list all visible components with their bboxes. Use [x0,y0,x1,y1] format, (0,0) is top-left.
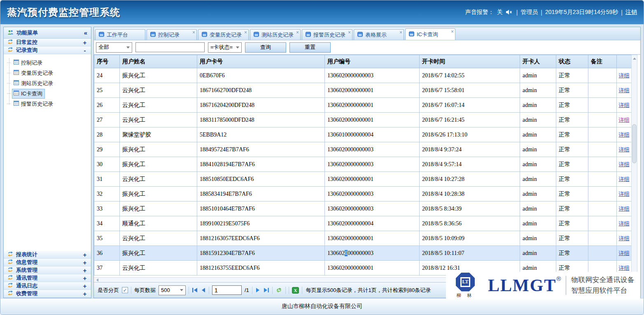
sidebar-group[interactable]: 日常监控 + [4,39,91,46]
expand-toggle-icon[interactable]: + [82,275,87,282]
table-row[interactable]: 24 振兴化工 0EB670F6 1306020000000003 2018/6… [94,68,632,83]
tab-3[interactable]: 测站历史记录 × [250,29,301,40]
detail-link[interactable]: 详细 [619,161,630,167]
table-row[interactable]: 26 云兴化工 186716204200DFD248 1306020000000… [94,98,632,113]
detail-link[interactable]: 详细 [619,102,630,108]
detail-link[interactable]: 详细 [619,220,630,227]
sound-alarm-state[interactable]: 关 [497,9,503,16]
previous-page-button[interactable] [201,287,206,293]
detail-link[interactable]: 详细 [619,176,630,182]
table-row[interactable]: 25 云兴化工 18671662700DFD248 13060200000000… [94,83,632,98]
sidebar-group[interactable]: 通讯管理 + [4,274,91,282]
detail-link[interactable]: 详细 [619,132,630,138]
cell-open-time: 2018/6/26 17:13:10 [420,127,520,142]
tab-6[interactable]: IC卡查询 × [405,28,455,40]
next-page-button[interactable] [255,287,260,293]
brand-logo-block: LT 柳 林 LLMGT ® 物联网安全通讯设备 智慧应用软件平台 [446,272,640,299]
page-number-input[interactable] [212,285,242,295]
cell-open-time: 2018/6/7 16:21:45 [420,113,520,127]
sidebar-group[interactable]: 收费管理 + [4,290,91,298]
sidebar-group[interactable]: 报表统计 + [4,251,91,259]
scroll-up-icon[interactable] [632,56,637,62]
sidebar-group-label: 记录查询 [16,46,37,54]
expand-toggle-icon[interactable]: + [82,290,87,297]
card-state-select[interactable]: =卡状态= [208,42,242,53]
cell-user-name: 顺通化工 [120,216,197,231]
refresh-icon[interactable] [275,287,282,293]
tab-2[interactable]: 变量历史记录 × [198,29,249,40]
tab-close-icon[interactable]: × [399,30,402,35]
detail-link[interactable]: 详细 [619,87,630,93]
expand-toggle-icon[interactable]: + [82,259,87,266]
cell-status: 正常 [556,231,588,246]
tab-close-icon[interactable]: × [451,29,454,34]
detail-link[interactable]: 详细 [619,191,630,197]
cell-no: 26 [94,98,120,113]
sidebar-group[interactable]: 系统管理 + [4,266,91,274]
logout-link[interactable]: 注销 [625,9,637,16]
app-title: 蒸汽预付费监控管理系统 [7,6,120,19]
tab-1[interactable]: 控制记录 × [147,29,197,40]
cell-user-name: 聚缘堂驴胶 [120,127,197,142]
sidebar-tree-item[interactable]: 变量历史记录 [4,68,91,78]
sidebar-group[interactable]: 记录查询 - [4,46,91,54]
tab-0[interactable]: 工作平台 × [95,29,145,40]
table-row[interactable]: 35 云兴化工 18812163057EEDC6AF6 130602000000… [94,231,632,246]
expand-toggle-icon[interactable]: + [82,267,87,274]
query-button[interactable]: 查询 [245,42,286,53]
expand-toggle-icon[interactable]: + [82,283,87,290]
tab-close-icon[interactable]: × [244,30,247,35]
expand-toggle-icon[interactable]: + [82,251,87,258]
detail-link[interactable]: 详细 [619,117,630,123]
tab-close-icon[interactable]: × [192,30,195,35]
tab-5[interactable]: 表格展示 × [354,29,404,40]
sidebar-tree-item[interactable]: 测站历史记录 [4,78,91,88]
cell-operator: admin [520,127,556,142]
detail-link[interactable]: 详细 [619,250,630,256]
sidebar-tree-item[interactable]: 报警历史记录 [4,99,91,109]
detail-link[interactable]: 详细 [619,146,630,153]
sidebar-group[interactable]: 通讯日志 + [4,282,91,290]
speaker-muted-icon[interactable] [506,9,513,15]
table-row[interactable]: 29 振兴化工 188495724E7B7AF6 130602000000000… [94,142,632,157]
last-page-button[interactable] [263,287,269,293]
sidebar-tree-item[interactable]: IC卡查询 [4,88,91,99]
collapse-sidebar-icon[interactable]: « [84,29,87,36]
page-size-select[interactable]: 500 [159,285,186,295]
tab-4[interactable]: 报警历史记录 × [302,29,352,40]
table-row[interactable]: 30 振兴化工 18841028194E7B7AF6 1306020000000… [94,157,632,172]
first-page-button[interactable] [192,287,198,293]
tab-close-icon[interactable]: × [348,30,351,35]
table-row[interactable]: 28 聚缘堂驴胶 5EBB9A12 1306010000000004 2018/… [94,127,632,142]
tab-close-icon[interactable]: × [296,30,299,35]
table-row[interactable]: 31 云兴化工 188510850EEDC6AF6 13060200000000… [94,172,632,187]
paginate-checkbox[interactable]: ✓ [122,287,128,293]
cell-no: 32 [94,187,120,202]
expand-toggle-icon[interactable]: + [82,39,87,46]
chevron-down-icon [126,46,130,49]
table-row[interactable]: 32 振兴化工 1885834194E7B7AF6 13060200000000… [94,187,632,202]
table-row[interactable]: 33 振兴化工 18851010464E7B7AF6 1306020000000… [94,202,632,216]
table-row[interactable]: 34 顺通化工 1899100219E5075F6 13060200000000… [94,216,632,231]
filter-field-select[interactable]: 全部 [96,42,132,53]
table-row[interactable]: 27 云兴化工 188311785000DFD248 1306020000000… [94,113,632,127]
detail-link[interactable]: 详细 [619,265,630,271]
expand-toggle-icon[interactable]: - [82,47,87,54]
scroll-left-icon[interactable] [94,278,100,282]
sidebar-group[interactable]: 信息管理 + [4,259,91,266]
divider [566,276,566,295]
reset-button[interactable]: 重置 [289,42,331,53]
cell-user-no: 1306020000000001 [325,172,420,187]
vertical-scrollbar[interactable] [631,55,637,277]
export-excel-icon[interactable]: X [292,287,299,294]
detail-link[interactable]: 详细 [619,235,630,241]
table-row[interactable]: 36 振兴化工 18815912304E7B7AF6 1306020000000… [94,246,632,261]
sidebar-tree-item[interactable]: 控制记录 [4,58,91,68]
vertical-scrollbar-thumb[interactable] [632,124,637,163]
tab-label: 报警历史记录 [313,31,345,39]
sidebar-groups-top: 日常监控 + 记录查询 - [4,39,91,54]
detail-link[interactable]: 详细 [619,72,630,79]
cell-operator: admin [520,98,556,113]
detail-link[interactable]: 详细 [619,206,630,212]
search-input[interactable] [135,42,205,52]
